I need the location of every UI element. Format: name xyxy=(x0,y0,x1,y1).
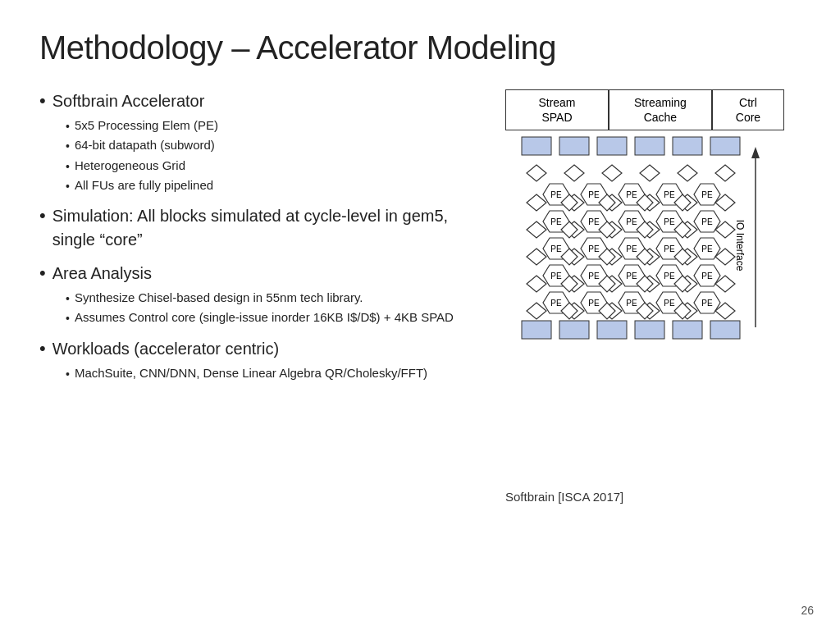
bullet-l2-group-area: • Synthesize Chisel-based design in 55nm… xyxy=(66,289,472,327)
diagram-area: PE PE PE PE PE xyxy=(505,130,784,504)
bullet-l1-workloads: • Workloads (accelerator centric) xyxy=(39,337,472,361)
svg-text:PE: PE xyxy=(550,272,562,281)
svg-text:PE: PE xyxy=(701,244,713,253)
svg-marker-42 xyxy=(527,221,546,238)
streaming-cache-box: StreamingCache xyxy=(609,89,712,130)
bullet-l2-4: • All FUs are fully pipelined xyxy=(66,176,472,194)
svg-marker-62 xyxy=(527,249,546,265)
svg-marker-10 xyxy=(678,165,697,181)
svg-rect-1 xyxy=(559,137,589,155)
bullet-l2-1: • 5x5 Processing Elem (PE) xyxy=(66,116,472,135)
svg-marker-9 xyxy=(640,165,660,181)
svg-rect-3 xyxy=(635,137,664,155)
svg-text:PE: PE xyxy=(664,272,675,281)
bullet-l2-group-softbrain: • 5x5 Processing Elem (PE) • 64-bit data… xyxy=(66,116,472,194)
slide: Methodology – Accelerator Modeling • Sof… xyxy=(0,0,840,630)
bullet-l2-dot: • xyxy=(66,118,70,135)
svg-marker-102 xyxy=(527,303,546,319)
bullet-l1-simulation-text: Simulation: All blocks simulated at cycl… xyxy=(52,204,472,252)
bullet-l2-text-4: All FUs are fully pipelined xyxy=(75,176,213,194)
bullet-l2-dot: • xyxy=(66,158,70,175)
svg-marker-22 xyxy=(527,194,546,211)
svg-rect-5 xyxy=(710,137,740,155)
svg-marker-8 xyxy=(602,165,622,181)
bullet-l2-dot: • xyxy=(66,178,70,194)
bullet-l2-dot: • xyxy=(66,366,70,382)
svg-text:PE: PE xyxy=(588,272,600,281)
svg-text:PE: PE xyxy=(664,244,675,253)
svg-text:PE: PE xyxy=(664,217,675,226)
bullet-dot: • xyxy=(39,92,46,110)
bullet-l2-text-2: 64-bit datapath (subword) xyxy=(75,136,215,154)
svg-text:PE: PE xyxy=(664,299,675,308)
svg-text:PE: PE xyxy=(588,190,600,199)
bullet-dot: • xyxy=(39,207,46,225)
svg-marker-119 xyxy=(751,147,760,158)
bullet-block-4: • Workloads (accelerator centric) • Mach… xyxy=(39,337,472,382)
bullet-l2-dot: • xyxy=(66,138,70,154)
svg-rect-117 xyxy=(710,321,740,339)
bullet-l2-dot: • xyxy=(66,290,70,307)
bullet-dot: • xyxy=(39,264,46,282)
diagram-caption: Softbrain [ISCA 2017] xyxy=(505,490,784,504)
svg-rect-112 xyxy=(522,321,551,339)
svg-text:PE: PE xyxy=(588,299,600,308)
bullet-l2-workloads-1: • MachSuite, CNN/DNN, Dense Linear Algeb… xyxy=(66,364,472,382)
bullet-l1-simulation: • Simulation: All blocks simulated at cy… xyxy=(39,204,472,252)
svg-marker-82 xyxy=(527,276,546,292)
left-column: • Softbrain Accelerator • 5x5 Processing… xyxy=(39,89,472,610)
bullet-l1-softbrain: • Softbrain Accelerator xyxy=(39,89,472,113)
bullet-l2-3: • Heterogeneous Grid xyxy=(66,157,472,175)
bullet-l1-workloads-text: Workloads (accelerator centric) xyxy=(52,337,279,361)
bullet-l2-area-text-2: Assumes Control core (single-issue inord… xyxy=(75,308,454,326)
bullet-l2-workloads-text-1: MachSuite, CNN/DNN, Dense Linear Algebra… xyxy=(75,364,427,382)
svg-text:PE: PE xyxy=(550,190,562,199)
stream-spad-box: StreamSPAD xyxy=(505,89,609,130)
bullet-dot: • xyxy=(39,340,46,358)
bullet-l2-area-1: • Synthesize Chisel-based design in 55nm… xyxy=(66,289,472,307)
bullet-block-1: • Softbrain Accelerator • 5x5 Processing… xyxy=(39,89,472,194)
right-column: StreamSPAD StreamingCache CtrlCore xyxy=(489,89,801,610)
bullet-l2-text-3: Heterogeneous Grid xyxy=(75,157,185,175)
slide-title: Methodology – Accelerator Modeling xyxy=(39,30,801,66)
svg-text:PE: PE xyxy=(626,217,637,226)
svg-marker-7 xyxy=(564,165,584,181)
svg-rect-4 xyxy=(673,137,702,155)
bullet-l2-2: • 64-bit datapath (subword) xyxy=(66,136,472,154)
svg-rect-0 xyxy=(522,137,551,155)
bullet-l2-group-workloads: • MachSuite, CNN/DNN, Dense Linear Algeb… xyxy=(66,364,472,382)
bullet-block-3: • Area Analysis • Synthesize Chisel-base… xyxy=(39,262,472,327)
svg-text:PE: PE xyxy=(626,190,637,199)
content-area: • Softbrain Accelerator • 5x5 Processing… xyxy=(39,89,801,610)
svg-text:PE: PE xyxy=(626,244,637,253)
bullet-block-2: • Simulation: All blocks simulated at cy… xyxy=(39,204,472,252)
svg-text:PE: PE xyxy=(588,244,600,253)
bullet-l1-area-text: Area Analysis xyxy=(52,262,152,285)
slide-number: 26 xyxy=(801,604,814,617)
ctrl-core-box: CtrlCore xyxy=(712,89,784,130)
svg-marker-11 xyxy=(715,165,735,181)
svg-rect-114 xyxy=(597,321,627,339)
svg-text:PE: PE xyxy=(626,299,637,308)
bullet-l1-area: • Area Analysis xyxy=(39,262,472,285)
pe-grid-svg: PE PE PE PE PE xyxy=(505,130,784,483)
bullet-l2-area-2: • Assumes Control core (single-issue ino… xyxy=(66,308,472,326)
svg-rect-116 xyxy=(673,321,702,339)
svg-text:PE: PE xyxy=(588,217,600,226)
svg-text:PE: PE xyxy=(701,299,713,308)
bullet-l2-text-1: 5x5 Processing Elem (PE) xyxy=(75,116,218,135)
svg-text:IO Interface: IO Interface xyxy=(734,220,746,272)
svg-text:PE: PE xyxy=(701,190,713,199)
bullet-l2-area-text-1: Synthesize Chisel-based design in 55nm t… xyxy=(75,289,363,307)
bullet-l2-dot: • xyxy=(66,310,70,326)
svg-text:PE: PE xyxy=(701,272,713,281)
svg-marker-6 xyxy=(527,165,546,181)
diagram-header: StreamSPAD StreamingCache CtrlCore xyxy=(505,89,784,130)
svg-rect-2 xyxy=(597,137,627,155)
svg-text:PE: PE xyxy=(626,272,637,281)
bullet-l1-softbrain-text: Softbrain Accelerator xyxy=(52,89,205,113)
svg-text:PE: PE xyxy=(664,190,675,199)
svg-rect-115 xyxy=(635,321,664,339)
svg-rect-113 xyxy=(559,321,589,339)
svg-text:PE: PE xyxy=(550,217,562,226)
